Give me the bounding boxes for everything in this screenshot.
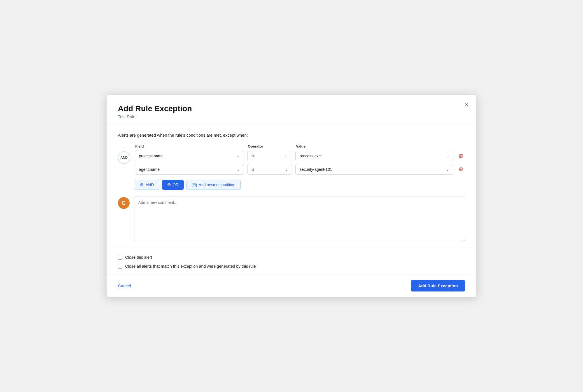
value-column-header: Value	[296, 144, 465, 148]
add-rule-exception-modal: Add Rule Exception Test Rule × Alerts ar…	[107, 95, 476, 297]
connector-line-top	[124, 148, 124, 151]
operator-select-1[interactable]: is ⌄	[247, 151, 292, 161]
field-chevron-icon-1: ⌄	[237, 154, 240, 158]
value-select-1[interactable]: process.exe ⌄	[295, 151, 453, 161]
trash-icon-1	[458, 153, 463, 158]
column-headers: Field Operator Value	[135, 144, 465, 148]
checkbox-row-1: Close this alert	[118, 255, 465, 260]
or-plus-icon: ⊕	[167, 182, 171, 187]
operator-select-2[interactable]: is ⌄	[247, 164, 292, 175]
description-text: Alerts are generated when the rule's con…	[118, 133, 465, 137]
and-button-label: AND	[146, 183, 154, 187]
close-alert-checkbox[interactable]	[118, 255, 122, 260]
modal-header: Add Rule Exception Test Rule ×	[107, 95, 476, 125]
value-text-1: process.exe	[300, 154, 321, 158]
value-chevron-icon-1: ⌄	[446, 154, 449, 158]
modal-checkboxes: Close this alert Close all alerts that m…	[107, 248, 476, 274]
comment-section: E	[118, 197, 465, 241]
value-chevron-icon-2: ⌄	[446, 167, 449, 172]
value-select-2[interactable]: security-agent-101 ⌄	[295, 164, 453, 175]
operator-value-1: is	[251, 154, 254, 158]
operator-chevron-icon-1: ⌄	[285, 154, 288, 158]
comment-input[interactable]	[134, 197, 465, 241]
and-connector: AND	[118, 144, 130, 168]
nested-button-label: Add nested condition	[199, 183, 235, 187]
or-button-label: OR	[173, 183, 179, 187]
operator-value-2: is	[251, 167, 254, 172]
action-buttons: ⊕ AND ⊕ OR Add nes	[135, 180, 465, 190]
connector-line-bottom	[124, 164, 124, 168]
field-value-2: agent.name	[139, 167, 160, 172]
trash-icon-2	[458, 167, 463, 172]
condition-row-2: agent.name ⌄ is ⌄ security-agent-101 ⌄	[135, 164, 465, 175]
close-all-alerts-label: Close all alerts that match this excepti…	[125, 264, 256, 269]
nested-icon	[192, 183, 197, 187]
checkbox-row-2: Close all alerts that match this excepti…	[118, 264, 465, 269]
add-or-button[interactable]: ⊕ OR	[162, 180, 184, 190]
nested-condition-icon	[192, 183, 197, 187]
operator-column-header: Operator	[248, 144, 293, 148]
delete-condition-2[interactable]	[457, 166, 465, 173]
modal-subtitle: Test Rule	[118, 114, 465, 119]
close-button[interactable]: ×	[465, 102, 468, 108]
add-and-button[interactable]: ⊕ AND	[135, 180, 159, 190]
avatar: E	[118, 197, 130, 209]
field-select-2[interactable]: agent.name ⌄	[135, 164, 244, 175]
field-chevron-icon-2: ⌄	[237, 167, 240, 172]
close-alert-label: Close this alert	[125, 255, 152, 260]
add-rule-exception-button[interactable]: Add Rule Exception	[411, 280, 465, 291]
and-badge: AND	[118, 151, 130, 164]
close-all-alerts-checkbox[interactable]	[118, 264, 122, 269]
conditions-rows: Field Operator Value process.name ⌄ is ⌄	[135, 144, 465, 190]
and-plus-icon: ⊕	[140, 182, 144, 187]
modal-title: Add Rule Exception	[118, 104, 465, 113]
operator-chevron-icon-2: ⌄	[285, 167, 288, 172]
field-value-1: process.name	[139, 154, 164, 158]
field-select-1[interactable]: process.name ⌄	[135, 151, 244, 161]
modal-footer: Cancel Add Rule Exception	[107, 274, 476, 297]
svg-rect-0	[192, 184, 196, 187]
modal-body: Alerts are generated when the rule's con…	[107, 125, 476, 248]
conditions-area: AND Field Operator Value process.name ⌄	[118, 144, 465, 190]
cancel-button[interactable]: Cancel	[118, 283, 131, 288]
condition-row-1: process.name ⌄ is ⌄ process.exe ⌄	[135, 151, 465, 161]
add-nested-condition-button[interactable]: Add nested condition	[186, 180, 241, 190]
svg-rect-1	[193, 185, 196, 186]
delete-condition-1[interactable]	[457, 152, 465, 160]
field-column-header: Field	[135, 144, 244, 148]
value-text-2: security-agent-101	[300, 167, 332, 172]
